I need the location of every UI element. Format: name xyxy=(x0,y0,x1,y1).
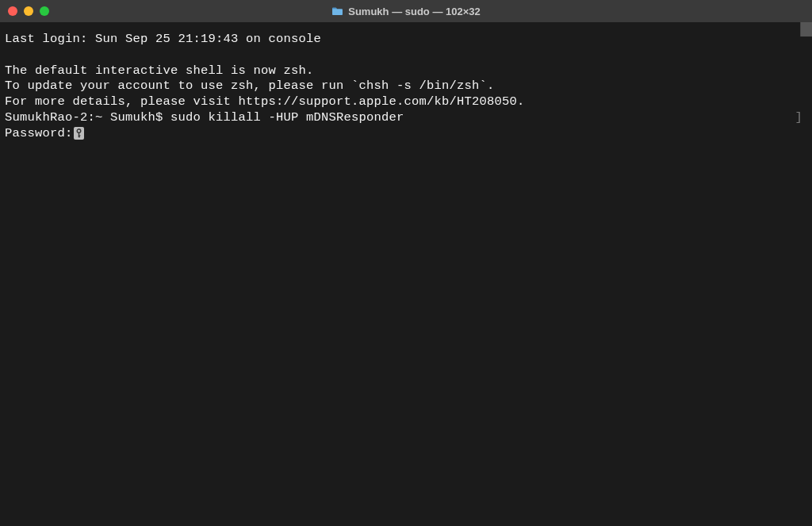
terminal-window: Sumukh — sudo — 102×32 Last login: Sun S… xyxy=(0,0,812,526)
command-line: SumukhRao-2:~ Sumukh$ sudo killall -HUP … xyxy=(5,110,807,126)
terminal-body[interactable]: Last login: Sun Sep 25 21:19:43 on conso… xyxy=(0,22,812,526)
traffic-lights xyxy=(8,6,49,16)
window-title-container: Sumukh — sudo — 102×32 xyxy=(0,6,812,17)
svg-rect-2 xyxy=(78,135,80,136)
password-line: Password: xyxy=(5,126,807,142)
svg-point-0 xyxy=(77,129,81,133)
key-icon xyxy=(74,127,84,140)
scrollbar-stub[interactable] xyxy=(800,22,812,36)
svg-rect-3 xyxy=(78,136,79,137)
minimize-button[interactable] xyxy=(24,6,33,16)
maximize-button[interactable] xyxy=(40,6,49,16)
blank-line xyxy=(5,48,807,63)
right-bracket: ] xyxy=(795,110,802,126)
folder-icon xyxy=(331,6,343,16)
password-label: Password: xyxy=(5,126,73,140)
window-title: Sumukh — sudo — 102×32 xyxy=(348,6,481,17)
svg-rect-1 xyxy=(78,132,79,137)
zsh-notice-line-2: To update your account to use zsh, pleas… xyxy=(5,79,807,94)
zsh-notice-line-3: For more details, please visit https://s… xyxy=(5,94,807,110)
titlebar: Sumukh — sudo — 102×32 xyxy=(0,0,812,22)
entered-command: sudo killall -HUP mDNSResponder xyxy=(170,110,404,125)
close-button[interactable] xyxy=(8,6,17,16)
last-login-line: Last login: Sun Sep 25 21:19:43 on conso… xyxy=(5,32,807,48)
zsh-notice-line-1: The default interactive shell is now zsh… xyxy=(5,63,807,79)
shell-prompt: SumukhRao-2:~ Sumukh$ xyxy=(5,110,170,125)
